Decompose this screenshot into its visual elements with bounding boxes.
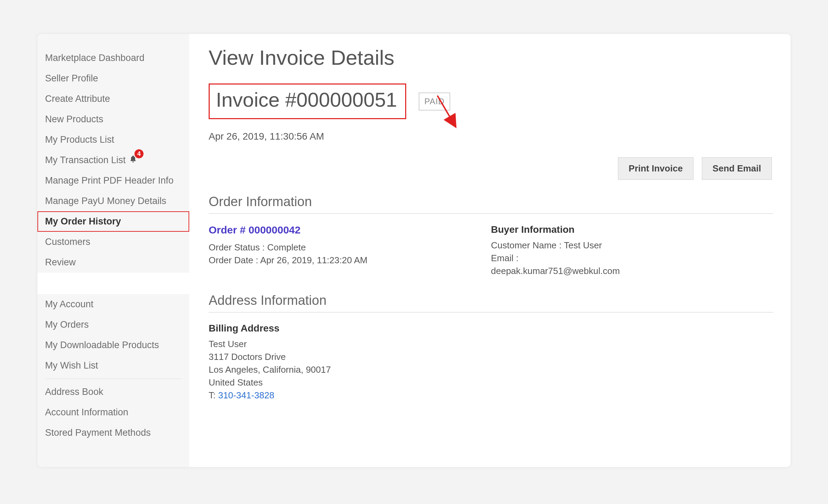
sidebar-item-label: My Products List [45, 134, 114, 145]
sidebar: Marketplace Dashboard Seller Profile Cre… [37, 34, 189, 467]
sidebar-item-label: Customers [45, 237, 90, 247]
sidebar-item-payu-money[interactable]: Manage PayU Money Details [37, 191, 189, 211]
sidebar-item-my-account[interactable]: My Account [37, 294, 189, 315]
invoice-number: Invoice #000000051 [216, 88, 397, 111]
sidebar-divider [45, 379, 182, 379]
billing-phone-link[interactable]: 310-341-3828 [218, 390, 274, 400]
sidebar-item-label: My Order History [45, 216, 121, 227]
sidebar-item-label: Seller Profile [45, 73, 98, 83]
sidebar-item-label: Stored Payment Methods [45, 427, 151, 438]
section-divider [209, 312, 773, 312]
sidebar-item-new-products[interactable]: New Products [37, 109, 189, 130]
sidebar-item-label: Review [45, 257, 76, 267]
action-buttons: Print Invoice Send Email [209, 157, 773, 180]
customer-name: Customer Name : Test User [491, 240, 760, 251]
billing-phone-row: T: 310-341-3828 [209, 390, 773, 401]
sidebar-item-address-book[interactable]: Address Book [37, 382, 189, 402]
phone-prefix: T: [209, 390, 218, 400]
sidebar-item-label: New Products [45, 114, 103, 124]
sidebar-item-label: Manage Print PDF Header Info [45, 175, 174, 186]
billing-address-block: Billing Address Test User 3117 Doctors D… [209, 323, 773, 401]
sidebar-item-label: My Downloadable Products [45, 340, 159, 350]
section-divider [209, 213, 773, 214]
sidebar-item-my-downloadable[interactable]: My Downloadable Products [37, 335, 189, 355]
notification-badge: 4 [134, 149, 143, 158]
billing-address-heading: Billing Address [209, 323, 773, 334]
invoice-date: Apr 26, 2019, 11:30:56 AM [209, 131, 773, 142]
sidebar-item-seller-profile[interactable]: Seller Profile [37, 68, 189, 89]
sidebar-item-my-wish-list[interactable]: My Wish List [37, 355, 189, 376]
order-number-link[interactable]: Order # 000000042 [209, 224, 300, 236]
sidebar-item-marketplace-dashboard[interactable]: Marketplace Dashboard [37, 48, 189, 68]
sidebar-item-label: My Account [45, 299, 94, 309]
sidebar-item-my-transaction-list[interactable]: My Transaction List 4 [37, 150, 189, 170]
send-email-button[interactable]: Send Email [702, 157, 772, 180]
main-content: View Invoice Details Invoice #000000051 … [189, 34, 791, 467]
customer-email-value: deepak.kumar751@webkul.com [491, 266, 760, 276]
sidebar-group-marketplace: Marketplace Dashboard Seller Profile Cre… [37, 48, 189, 273]
billing-country: United States [209, 377, 773, 388]
sidebar-group-address: Address Book Account Information Stored … [37, 382, 189, 443]
address-info-heading: Address Information [209, 293, 773, 308]
sidebar-gap [37, 273, 189, 294]
sidebar-item-label: Create Attribute [45, 94, 110, 104]
invoice-header-row: Invoice #000000051 PAID [209, 83, 773, 119]
sidebar-item-label: My Transaction List [45, 155, 126, 165]
customer-email-label: Email : [491, 253, 760, 264]
sidebar-item-my-order-history[interactable]: My Order History [37, 211, 189, 232]
order-info-right: Buyer Information Customer Name : Test U… [491, 224, 774, 278]
billing-name: Test User [209, 339, 773, 350]
sidebar-group-account: My Account My Orders My Downloadable Pro… [37, 294, 189, 376]
order-info-columns: Order # 000000042 Order Status : Complet… [209, 224, 773, 278]
sidebar-item-label: My Wish List [45, 360, 98, 371]
order-date: Order Date : Apr 26, 2019, 11:23:20 AM [209, 255, 477, 266]
sidebar-item-label: Manage PayU Money Details [45, 196, 166, 206]
sidebar-item-create-attribute[interactable]: Create Attribute [37, 89, 189, 109]
invoice-number-box: Invoice #000000051 [209, 83, 406, 119]
status-badge-paid: PAID [419, 92, 450, 110]
sidebar-item-my-orders[interactable]: My Orders [37, 315, 189, 335]
sidebar-item-review[interactable]: Review [37, 252, 189, 273]
sidebar-item-stored-payment[interactable]: Stored Payment Methods [37, 423, 189, 443]
order-status: Order Status : Complete [209, 242, 477, 253]
sidebar-item-customers[interactable]: Customers [37, 232, 189, 252]
print-invoice-button[interactable]: Print Invoice [618, 157, 694, 180]
sidebar-item-label: Account Information [45, 407, 128, 417]
billing-line1: 3117 Doctors Drive [209, 352, 773, 362]
notification-bell[interactable]: 4 [129, 155, 137, 163]
order-info-left: Order # 000000042 Order Status : Complet… [209, 224, 491, 278]
billing-line2: Los Angeles, California, 90017 [209, 364, 773, 375]
sidebar-item-my-products-list[interactable]: My Products List [37, 130, 189, 150]
sidebar-item-label: My Orders [45, 319, 89, 330]
sidebar-item-print-pdf-header[interactable]: Manage Print PDF Header Info [37, 170, 189, 191]
sidebar-item-label: Marketplace Dashboard [45, 53, 145, 63]
page-title: View Invoice Details [209, 46, 773, 70]
buyer-info-heading: Buyer Information [491, 224, 760, 235]
order-info-heading: Order Information [209, 194, 773, 209]
sidebar-item-label: Address Book [45, 387, 103, 397]
sidebar-item-account-information[interactable]: Account Information [37, 402, 189, 423]
